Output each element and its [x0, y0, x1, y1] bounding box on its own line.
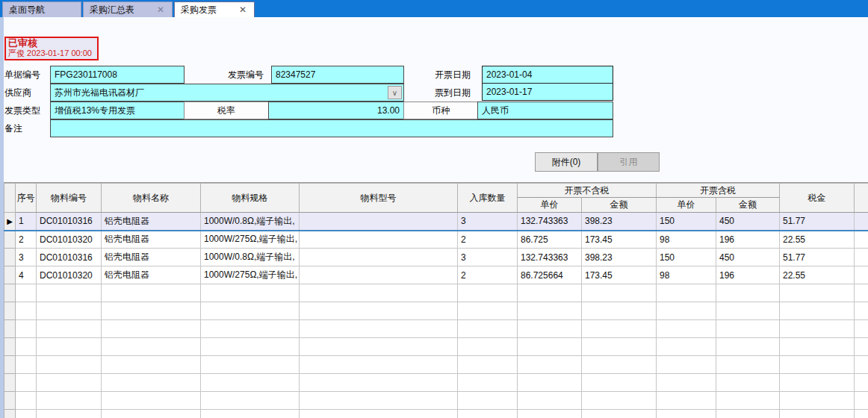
cell-model[interactable] — [300, 266, 458, 284]
cell-model[interactable] — [300, 213, 458, 231]
currency-label: 币种 — [403, 102, 478, 119]
cell-seq[interactable]: 3 — [16, 249, 37, 266]
col-material-name[interactable]: 物料名称 — [102, 184, 201, 213]
arrival-date-field[interactable]: 2023-01-17 — [482, 83, 613, 101]
tax-rate-field[interactable]: 13.00 — [268, 102, 404, 119]
empty-cell — [518, 320, 582, 338]
empty-cell — [37, 284, 102, 302]
cell-code[interactable]: DC01010316 — [37, 249, 102, 266]
cell-amount-incl[interactable]: 196 — [716, 231, 780, 249]
col-amount-incl[interactable]: 金额 — [716, 198, 780, 213]
doc-no-field[interactable]: FPG230117008 — [50, 66, 185, 84]
close-icon[interactable]: ✕ — [155, 4, 166, 15]
cell-amount-incl[interactable]: 450 — [716, 213, 780, 231]
cell-tax[interactable]: 51.77 — [780, 249, 855, 266]
cell-seq[interactable]: 2 — [16, 231, 37, 249]
cell-price-excl[interactable]: 132.743363 — [518, 249, 582, 266]
empty-row[interactable] — [4, 374, 868, 392]
cell-price-excl[interactable]: 132.743363 — [518, 213, 582, 231]
row-selector[interactable] — [4, 266, 16, 284]
cell-tax[interactable]: 22.55 — [780, 266, 855, 284]
close-icon[interactable]: ✕ — [238, 4, 248, 15]
col-spec[interactable]: 物料规格 — [201, 184, 300, 213]
cell-spec[interactable]: 1000W/0.8Ω,端子输出, — [201, 249, 300, 266]
empty-row[interactable] — [4, 338, 868, 356]
cell-spec[interactable]: 1000W/275Ω,端子输出, — [201, 231, 300, 249]
col-model[interactable]: 物料型号 — [300, 184, 458, 213]
table-row[interactable]: 4 DC01010320 铝壳电阻器 1000W/275Ω,端子输出, 2 86… — [4, 266, 868, 284]
row-selector[interactable] — [4, 231, 16, 249]
cell-amount-excl[interactable]: 173.45 — [582, 231, 657, 249]
cell-tax[interactable]: 51.77 — [780, 213, 855, 231]
cell-qty[interactable]: 2 — [458, 231, 518, 249]
col-amount-excl[interactable]: 金额 — [582, 198, 657, 213]
cell-price-incl[interactable]: 98 — [657, 266, 716, 284]
empty-cell — [716, 356, 780, 374]
empty-row[interactable] — [4, 320, 868, 338]
tab-purchase-invoice[interactable]: 采购发票 ✕ — [174, 1, 255, 17]
cell-code[interactable]: DC01010316 — [37, 213, 102, 231]
cell-price-excl[interactable]: 86.725 — [518, 231, 582, 249]
empty-cell — [458, 284, 518, 302]
empty-row[interactable] — [4, 302, 868, 320]
row-selector — [4, 356, 16, 374]
remark-field[interactable] — [50, 119, 613, 137]
row-selector[interactable] — [4, 249, 16, 266]
empty-cell — [780, 338, 855, 356]
tab-desktop-nav[interactable]: 桌面导航 — [2, 1, 81, 17]
row-selector — [4, 338, 16, 356]
reference-button[interactable]: 引用 — [598, 152, 660, 172]
cell-amount-incl[interactable]: 450 — [716, 249, 780, 266]
cell-price-incl[interactable]: 150 — [657, 249, 716, 266]
cell-price-incl[interactable]: 150 — [657, 213, 716, 231]
col-qty-in[interactable]: 入库数量 — [458, 184, 518, 213]
cell-spec[interactable]: 1000W/275Ω,端子输出, — [201, 266, 300, 284]
supplier-combobox[interactable]: 苏州市光福电讯器材厂 ∨ — [50, 84, 404, 102]
cell-seq[interactable]: 1 — [16, 213, 37, 231]
empty-row[interactable] — [4, 410, 868, 418]
attachment-button[interactable]: 附件(0) — [535, 152, 598, 172]
col-unit-price-incl[interactable]: 单价 — [657, 198, 716, 213]
cell-amount-incl[interactable]: 196 — [716, 266, 780, 284]
cell-tax[interactable]: 22.55 — [780, 231, 855, 249]
table-row[interactable]: 3 DC01010316 铝壳电阻器 1000W/0.8Ω,端子输出, 3 13… — [4, 249, 868, 266]
empty-cell — [201, 374, 300, 392]
empty-cell — [201, 320, 300, 338]
cell-amount-excl[interactable]: 173.45 — [582, 266, 657, 284]
invoice-no-field[interactable]: 82347527 — [271, 66, 404, 84]
col-material-code[interactable]: 物料编号 — [37, 184, 102, 213]
table-row[interactable]: ▶ 1 DC01010316 铝壳电阻器 1000W/0.8Ω,端子输出, 3 … — [4, 213, 868, 231]
tab-purchase-summary[interactable]: 采购汇总表 ✕ — [83, 1, 173, 17]
cell-name[interactable]: 铝壳电阻器 — [102, 213, 201, 231]
cell-price-excl[interactable]: 86.725664 — [518, 266, 582, 284]
cell-qty[interactable]: 3 — [458, 213, 518, 231]
currency-field[interactable]: 人民币 — [477, 102, 613, 119]
invoice-date-field[interactable]: 2023-01-04 — [482, 66, 613, 84]
empty-row[interactable] — [4, 356, 868, 374]
col-unit-price-excl[interactable]: 单价 — [518, 198, 582, 213]
empty-cell — [657, 356, 716, 374]
cell-model[interactable] — [300, 249, 458, 266]
cell-amount-excl[interactable]: 398.23 — [582, 213, 657, 231]
cell-code[interactable]: DC01010320 — [37, 231, 102, 249]
cell-model[interactable] — [300, 231, 458, 249]
cell-seq[interactable]: 4 — [16, 266, 37, 284]
cell-name[interactable]: 铝壳电阻器 — [102, 266, 201, 284]
row-selector[interactable]: ▶ — [4, 213, 16, 231]
col-seq[interactable]: 序号 — [16, 184, 37, 213]
col-tax[interactable]: 税金 — [780, 184, 855, 213]
table-row[interactable]: 2 DC01010320 铝壳电阻器 1000W/275Ω,端子输出, 2 86… — [4, 231, 868, 249]
cell-qty[interactable]: 3 — [458, 249, 518, 266]
cell-code[interactable]: DC01010320 — [37, 266, 102, 284]
invoice-type-field[interactable]: 增值税13%专用发票 — [50, 102, 185, 119]
cell-qty[interactable]: 2 — [458, 266, 518, 284]
empty-cell — [102, 410, 201, 418]
empty-row[interactable] — [4, 284, 868, 302]
cell-amount-excl[interactable]: 398.23 — [582, 249, 657, 266]
cell-price-incl[interactable]: 98 — [657, 231, 716, 249]
cell-spec[interactable]: 1000W/0.8Ω,端子输出, — [201, 213, 300, 231]
empty-row[interactable] — [4, 392, 868, 410]
cell-name[interactable]: 铝壳电阻器 — [102, 231, 201, 249]
chevron-down-icon[interactable]: ∨ — [388, 86, 402, 99]
cell-name[interactable]: 铝壳电阻器 — [102, 249, 201, 266]
